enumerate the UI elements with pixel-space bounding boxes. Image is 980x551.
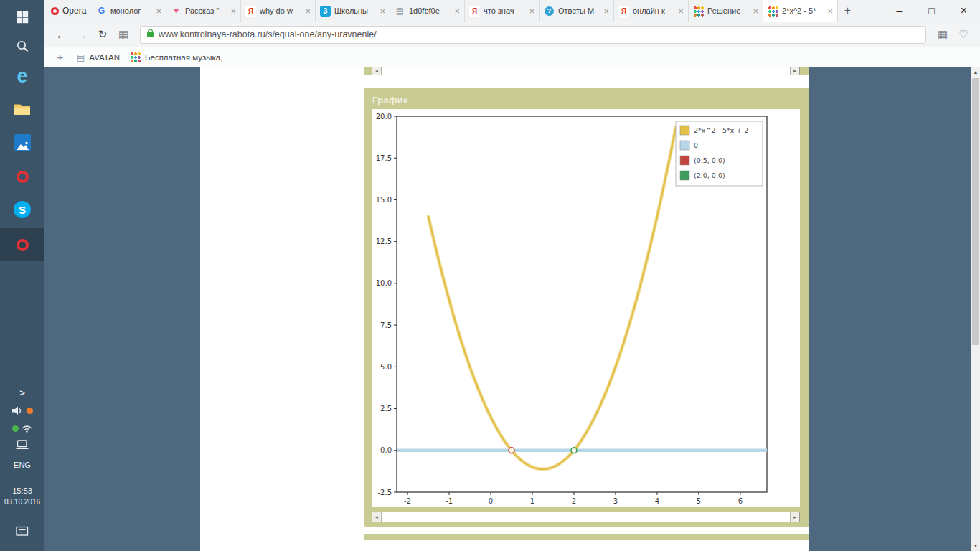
y-tick-label: 12.5 (376, 237, 392, 245)
y-tick-label: 5.0 (380, 363, 392, 371)
tab-close-icon[interactable]: × (603, 6, 609, 17)
edge-icon: e (17, 67, 27, 86)
dots-favicon (693, 6, 704, 17)
back-button[interactable]: ← (52, 25, 70, 44)
wifi-icon (22, 424, 33, 433)
tab-title: монолог (110, 6, 154, 15)
tab-title: Ответы M (558, 6, 601, 15)
taskbar-item-edge[interactable]: e (0, 62, 44, 90)
action-center-button[interactable] (0, 521, 44, 542)
taskbar-item-opera-active[interactable] (0, 228, 44, 261)
tab-close-icon[interactable]: × (156, 6, 161, 17)
y-tick-label: 0.0 (380, 446, 392, 454)
minimize-button[interactable]: – (883, 0, 915, 22)
browser-tab[interactable]: Школьны× (316, 0, 390, 22)
address-bar[interactable]: www.kontrolnaya-rabota.ru/s/equal-one/an… (140, 26, 926, 44)
tray-power[interactable] (0, 436, 44, 453)
add-bookmark-button[interactable]: + (54, 48, 67, 67)
opera-menu-button[interactable]: Opera (44, 0, 92, 22)
page-viewport: ◄ ► График -2-1012345620.017.515.012.510… (44, 67, 980, 551)
browser-tab[interactable]: 1d0fbf0e× (390, 0, 465, 22)
legend-swatch (680, 171, 689, 180)
znanija-favicon (320, 6, 331, 17)
bookmark-label: Бесплатная музыка, (145, 53, 222, 62)
tab-close-icon[interactable]: × (305, 6, 311, 17)
x-tick-label: 4 (655, 497, 659, 505)
browser-tab[interactable]: Решение× (689, 0, 763, 22)
browser-window: Opera монолог×Рассказ "×why do w×Школьны… (44, 0, 980, 551)
taskbar-item-skype[interactable]: S (0, 195, 44, 224)
otvety-favicon (544, 6, 555, 17)
browser-tab[interactable]: 2*x^2 - 5*× (763, 0, 838, 22)
scroll-left-button[interactable]: ◄ (372, 512, 382, 522)
folder-icon (14, 103, 31, 116)
tab-close-icon[interactable]: × (230, 6, 236, 17)
tab-close-icon[interactable]: × (827, 6, 833, 17)
tray-network[interactable] (0, 420, 44, 436)
browser-tab[interactable]: Рассказ "× (166, 0, 241, 22)
y-tick-label: 17.5 (376, 154, 392, 162)
x-tick-label: 6 (738, 497, 743, 505)
legend-swatch (680, 156, 689, 165)
photos-icon (14, 134, 31, 151)
speed-dial-button[interactable]: ▦ (114, 25, 133, 44)
music-grid-icon (130, 52, 141, 62)
scroll-left-button[interactable]: ◄ (372, 67, 382, 75)
tray-volume[interactable] (0, 402, 44, 419)
new-tab-button[interactable]: + (838, 0, 857, 22)
speaker-icon (11, 405, 24, 416)
language-indicator[interactable]: ENG (0, 456, 44, 474)
tab-close-icon[interactable]: × (678, 6, 684, 17)
x-tick-label: 1 (530, 497, 534, 505)
x-tick-label: -1 (446, 497, 453, 505)
tray-expand-button[interactable]: > (0, 383, 44, 402)
browser-tab[interactable]: монолог× (92, 0, 166, 22)
tab-close-icon[interactable]: × (380, 6, 385, 17)
clock[interactable]: 15:53 03.10.2016 (0, 482, 44, 511)
horizontal-scrollbar[interactable]: ◄ ► (372, 67, 800, 75)
browser-tab[interactable]: онлайн к× (614, 0, 689, 22)
tab-title: онлайн к (633, 6, 676, 15)
search-button[interactable] (0, 32, 44, 60)
opera-menu-label: Opera (62, 6, 86, 16)
x-tick-label: 3 (613, 497, 618, 505)
bookmark-item[interactable]: Бесплатная музыка, (130, 52, 222, 62)
scroll-down-button[interactable]: ▼ (971, 540, 980, 551)
maximize-button[interactable]: □ (915, 0, 948, 22)
browser-tab[interactable]: why do w× (241, 0, 316, 22)
y-tick-label: 7.5 (380, 321, 392, 329)
y-tick-label: 10.0 (376, 279, 392, 287)
reload-button[interactable]: ↻ (93, 25, 112, 44)
scrollbar-thumb[interactable] (972, 78, 979, 345)
tab-title: Школьны (334, 6, 377, 15)
start-button[interactable] (0, 3, 44, 32)
y-tick-label: -2.5 (377, 489, 392, 496)
bookmark-item[interactable]: AVATAN (77, 52, 120, 62)
taskbar-item-explorer[interactable] (0, 95, 44, 123)
tray-app-icon (27, 408, 33, 414)
tab-title: why do w (260, 6, 303, 15)
legend-swatch (680, 126, 689, 135)
tab-close-icon[interactable]: × (454, 6, 460, 17)
forward-button[interactable]: → (72, 25, 91, 44)
root-point-1 (509, 448, 514, 453)
bookmark-heart-icon[interactable]: ♡ (954, 25, 973, 44)
plot-svg: -2-1012345620.017.515.012.510.07.55.02.5… (372, 109, 800, 507)
chevron-right-icon: > (19, 387, 25, 398)
tab-close-icon[interactable]: × (753, 6, 758, 17)
taskbar-item-opera[interactable] (0, 162, 44, 191)
scroll-right-button[interactable]: ► (790, 512, 799, 522)
taskbar-item-photos[interactable] (0, 128, 44, 156)
laptop-icon (16, 440, 29, 450)
tab-close-icon[interactable]: × (529, 6, 534, 17)
scroll-up-button[interactable]: ▲ (971, 67, 980, 77)
browser-tab[interactable]: Ответы M× (540, 0, 614, 22)
document-favicon (395, 6, 405, 17)
horizontal-scrollbar[interactable]: ◄ ► (372, 512, 800, 522)
vertical-scrollbar[interactable]: ▲ ▼ (971, 67, 980, 551)
browser-tab[interactable]: что знач× (465, 0, 540, 22)
close-button[interactable]: × (948, 0, 980, 22)
windows-logo-icon (16, 11, 29, 24)
extensions-icon[interactable]: ▦ (933, 25, 952, 44)
scroll-right-button[interactable]: ► (790, 67, 799, 75)
